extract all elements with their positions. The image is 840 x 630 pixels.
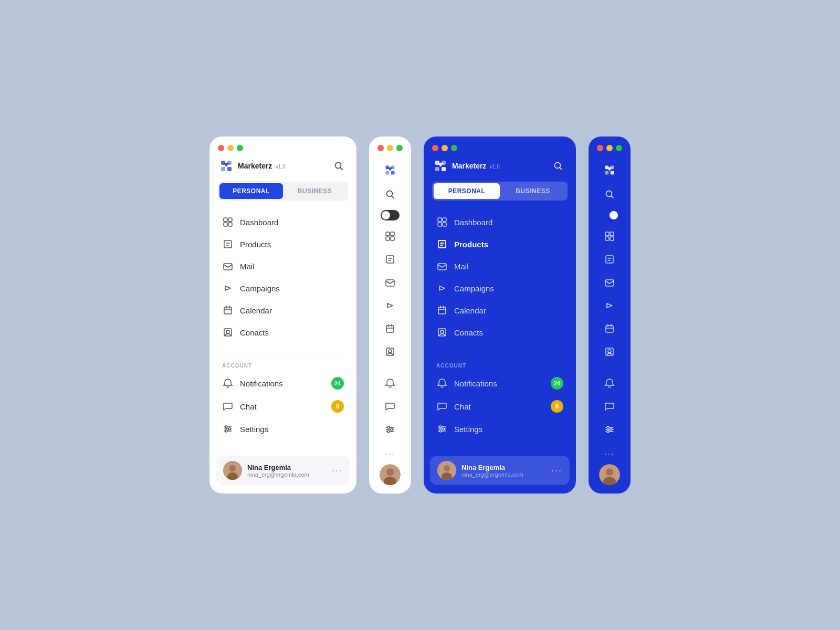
business-toggle-blue[interactable]: BUSINESS <box>500 183 566 199</box>
narrow-toggle-blue[interactable] <box>600 206 619 225</box>
svg-rect-9 <box>228 223 232 226</box>
user-info-white: Nina Ergemla nina_erg@ergemla.com <box>247 464 327 478</box>
account-label-blue: ACCOUNT <box>424 359 576 372</box>
account-toggle-blue[interactable]: PERSONAL BUSINESS <box>432 182 568 201</box>
search-icon-narrow-blue <box>604 189 615 200</box>
svg-rect-38 <box>386 280 394 286</box>
mini-toggle-blue[interactable] <box>600 210 619 220</box>
svg-rect-63 <box>443 223 446 226</box>
svg-line-59 <box>560 167 562 170</box>
svg-point-75 <box>439 426 442 428</box>
campaigns-label-white: Campaigns <box>240 284 280 293</box>
nav-contacts-white[interactable]: Conacts <box>216 321 350 343</box>
narrow-contacts-white[interactable] <box>369 340 411 363</box>
nav-campaigns-blue[interactable]: Campaigns <box>430 277 570 299</box>
divider-white <box>218 353 348 353</box>
narrow-more-blue[interactable]: ··· <box>604 449 614 459</box>
notifications-badge-blue: 24 <box>551 377 563 390</box>
narrow-user-footer-blue: ··· <box>599 443 620 494</box>
user-footer-blue[interactable]: Nina Ergemla nina_erg@ergemla.com ··· <box>430 456 570 485</box>
narrow-products-white[interactable] <box>369 248 411 271</box>
products-icon-narrow-blue <box>604 254 615 265</box>
nav-contacts-blue[interactable]: Conacts <box>430 321 570 343</box>
narrow-calendar-white[interactable] <box>369 317 411 340</box>
nav-chat-white[interactable]: Chat 8 <box>216 395 350 418</box>
user-email-blue: nina_erg@ergemla.com <box>461 471 546 478</box>
nav-settings-blue[interactable]: Settings <box>430 418 570 440</box>
user-more-white[interactable]: ··· <box>332 465 343 476</box>
nav-products-white[interactable]: Products <box>216 233 350 255</box>
svg-line-32 <box>392 196 394 198</box>
chat-icon-blue <box>436 401 448 412</box>
narrow-avatar-blue[interactable] <box>599 464 620 485</box>
narrow-notifications-white[interactable] <box>369 372 411 395</box>
narrow-avatar-white[interactable] <box>380 464 401 485</box>
narrow-contacts-blue[interactable] <box>589 340 631 363</box>
traffic-lights-white-wide <box>209 136 356 158</box>
notifications-icon-white <box>222 377 234 389</box>
calendar-label-blue: Calendar <box>454 306 486 315</box>
nav-dashboard-blue[interactable]: Dashboard <box>430 211 570 233</box>
account-toggle-white[interactable]: PERSONAL BUSINESS <box>218 182 348 201</box>
svg-point-21 <box>225 426 227 428</box>
narrow-mail-blue[interactable] <box>589 271 631 294</box>
personal-toggle-white[interactable]: PERSONAL <box>219 183 283 199</box>
mail-label-blue: Mail <box>454 262 469 271</box>
narrow-toggle-white[interactable] <box>381 206 400 225</box>
nav-mail-white[interactable]: Mail <box>216 255 350 277</box>
narrow-search-blue[interactable] <box>589 183 631 206</box>
main-nav-white: Dashboard Products Mail <box>209 211 356 343</box>
svg-rect-61 <box>443 218 446 222</box>
page-container: Marketerz v1.0 PERSONAL BUSINESS <box>209 136 631 494</box>
narrow-dashboard-white[interactable] <box>369 225 411 248</box>
narrow-dashboard-blue[interactable] <box>589 225 631 248</box>
narrow-chat-blue[interactable] <box>589 395 631 418</box>
settings-icon-narrow-blue <box>604 424 615 435</box>
dot-yellow-nw <box>387 145 393 151</box>
account-nav-white: Notifications 24 Chat 8 <box>209 372 356 440</box>
contacts-label-white: Conacts <box>240 328 269 337</box>
nav-calendar-blue[interactable]: Calendar <box>430 299 570 321</box>
svg-point-23 <box>225 430 227 432</box>
search-button-white[interactable] <box>330 158 347 174</box>
narrow-campaigns-white[interactable] <box>369 294 411 317</box>
narrow-chat-white[interactable] <box>369 395 411 418</box>
svg-point-22 <box>228 428 230 430</box>
svg-point-104 <box>607 430 609 433</box>
avatar-img-white <box>223 461 242 480</box>
dot-yellow-bw <box>442 145 448 151</box>
narrow-search-white[interactable] <box>369 183 411 206</box>
narrow-settings-blue[interactable] <box>589 418 631 441</box>
narrow-settings-white[interactable] <box>369 418 411 441</box>
search-button-blue[interactable] <box>550 158 566 174</box>
brand-logo-icon-blue <box>433 159 448 173</box>
svg-rect-91 <box>606 256 613 263</box>
mini-toggle-white[interactable] <box>381 210 400 220</box>
nav-notifications-white[interactable]: Notifications 24 <box>216 372 350 395</box>
nav-campaigns-white[interactable]: Campaigns <box>216 277 350 299</box>
narrow-calendar-blue[interactable] <box>589 317 631 340</box>
nav-notifications-blue[interactable]: Notifications 24 <box>430 372 570 395</box>
narrow-notifications-blue[interactable] <box>589 372 631 395</box>
narrow-mail-white[interactable] <box>369 271 411 294</box>
personal-toggle-blue[interactable]: PERSONAL <box>434 183 500 199</box>
traffic-lights-narrow-blue <box>589 136 631 158</box>
narrow-products-blue[interactable] <box>589 248 631 271</box>
narrow-logo-icon-blue <box>603 164 616 176</box>
user-more-blue[interactable]: ··· <box>551 465 562 476</box>
user-info-blue: Nina Ergemla nina_erg@ergemla.com <box>461 464 546 478</box>
user-footer-white[interactable]: Nina Ergemla nina_erg@ergemla.com ··· <box>216 456 350 485</box>
narrow-brand-white <box>369 158 411 183</box>
user-name-white: Nina Ergemla <box>247 464 327 471</box>
nav-products-blue[interactable]: Products <box>430 233 570 255</box>
narrow-campaigns-blue[interactable] <box>589 294 631 317</box>
narrow-more-white[interactable]: ··· <box>385 449 395 459</box>
business-toggle-white[interactable]: BUSINESS <box>283 183 346 199</box>
nav-chat-blue[interactable]: Chat 8 <box>430 395 570 418</box>
nav-settings-white[interactable]: Settings <box>216 418 350 440</box>
avatar-img-blue <box>437 461 456 480</box>
nav-mail-blue[interactable]: Mail <box>430 255 570 277</box>
nav-dashboard-white[interactable]: Dashboard <box>216 211 350 233</box>
panel-wide-white: Marketerz v1.0 PERSONAL BUSINESS <box>209 136 356 494</box>
nav-calendar-white[interactable]: Calendar <box>216 299 350 321</box>
